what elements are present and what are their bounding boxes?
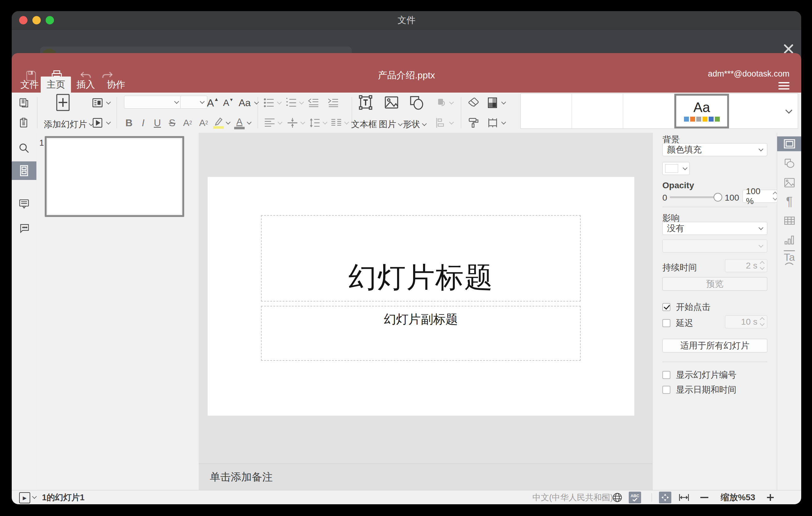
- opacity-slider-track[interactable]: [670, 196, 718, 198]
- insert-textbox-label-button[interactable]: 文本框: [351, 118, 377, 130]
- tab-insert[interactable]: 插入: [75, 77, 96, 93]
- shape-settings-button[interactable]: [777, 156, 801, 171]
- insert-image-button[interactable]: [384, 94, 399, 111]
- line-spacing-button[interactable]: [308, 116, 321, 130]
- paste-button[interactable]: [17, 116, 31, 130]
- tab-collaboration[interactable]: 协作: [106, 77, 126, 93]
- chevron-down-icon[interactable]: [277, 100, 282, 105]
- chevron-down-icon[interactable]: [226, 120, 231, 125]
- superscript-button[interactable]: A2: [181, 116, 194, 130]
- bold-button[interactable]: B: [123, 116, 135, 130]
- background-color-picker[interactable]: [662, 162, 690, 175]
- chevron-down-icon[interactable]: [32, 494, 37, 499]
- copy-style-button[interactable]: [467, 116, 480, 130]
- chevron-down-icon[interactable]: [254, 100, 259, 105]
- numbering-button[interactable]: [285, 96, 298, 110]
- chevron-down-icon[interactable]: [106, 100, 111, 105]
- vertical-align-button[interactable]: [286, 116, 299, 130]
- tab-file[interactable]: 文件: [19, 77, 40, 93]
- slides-panel-button[interactable]: [12, 162, 36, 180]
- add-slide-label-button[interactable]: 添加幻灯片: [44, 118, 93, 130]
- fit-to-slide-button[interactable]: [659, 492, 671, 503]
- title-placeholder[interactable]: 幻灯片标题: [261, 215, 581, 302]
- fit-to-width-button[interactable]: [679, 493, 689, 502]
- bullets-button[interactable]: [262, 96, 276, 110]
- slide-thumbnail[interactable]: [45, 136, 184, 217]
- chevron-down-icon[interactable]: [299, 100, 304, 105]
- insert-shape-button[interactable]: [409, 94, 424, 111]
- slide-canvas[interactable]: 幻灯片标题 幻灯片副标题: [208, 177, 634, 416]
- chevron-down-icon[interactable]: [449, 120, 454, 125]
- increase-indent-button[interactable]: [326, 96, 340, 110]
- font-size-combo[interactable]: [180, 96, 207, 109]
- editor-canvas[interactable]: 幻灯片标题 幻灯片副标题 单击添加备注: [199, 133, 652, 490]
- font-name-combo[interactable]: [124, 96, 182, 109]
- close-icon[interactable]: [782, 42, 795, 53]
- subscript-button[interactable]: A2: [197, 116, 210, 130]
- chevron-down-icon[interactable]: [344, 120, 349, 125]
- font-color-button[interactable]: A: [233, 116, 246, 130]
- add-slide-button[interactable]: [56, 93, 70, 112]
- start-slideshow-button[interactable]: [91, 116, 104, 130]
- delay-checkbox[interactable]: [662, 319, 670, 327]
- slide-settings-button[interactable]: [777, 136, 801, 151]
- chevron-down-icon[interactable]: [300, 120, 306, 125]
- comments-panel-button[interactable]: [12, 194, 36, 213]
- search-button[interactable]: [12, 139, 36, 157]
- chevron-down-icon[interactable]: [278, 120, 283, 125]
- background-fill-select[interactable]: 颜色填充: [662, 143, 767, 156]
- strikethrough-button[interactable]: S: [166, 116, 178, 130]
- start-slideshow-status-button[interactable]: ▶: [19, 492, 30, 503]
- italic-button[interactable]: I: [137, 116, 149, 130]
- insert-shape-label-button[interactable]: 形状: [403, 118, 426, 130]
- change-case-button[interactable]: Aa: [236, 96, 254, 110]
- chevron-down-icon[interactable]: [106, 120, 111, 125]
- duration-spinner[interactable]: 2 s: [725, 259, 767, 272]
- chevron-down-icon[interactable]: [501, 100, 506, 105]
- chevron-down-icon[interactable]: [501, 120, 506, 125]
- underline-button[interactable]: U: [151, 116, 164, 130]
- show-slide-number-checkbox[interactable]: [662, 371, 670, 379]
- tab-home[interactable]: 主页: [41, 77, 71, 93]
- chevron-down-icon[interactable]: [449, 100, 454, 105]
- effect-select[interactable]: 没有: [662, 222, 767, 235]
- theme-gallery-expand-button[interactable]: [780, 94, 798, 128]
- paragraph-settings-button[interactable]: ¶: [777, 194, 801, 209]
- show-date-time-checkbox[interactable]: [662, 386, 670, 394]
- slide-layout-button[interactable]: [91, 96, 104, 110]
- increase-font-button[interactable]: A▲: [206, 96, 220, 110]
- document-language-button[interactable]: [612, 492, 622, 503]
- zoom-out-button[interactable]: [700, 497, 708, 498]
- chart-settings-button[interactable]: [777, 232, 801, 247]
- theme-option-selected[interactable]: Aa: [674, 94, 729, 128]
- notes-area[interactable]: 单击添加备注: [199, 463, 652, 490]
- effect-type-select[interactable]: [662, 239, 767, 253]
- highlight-color-button[interactable]: [212, 116, 225, 130]
- theme-option[interactable]: [729, 94, 780, 128]
- start-on-click-checkbox[interactable]: [662, 303, 670, 311]
- slide-size-button[interactable]: [486, 116, 499, 130]
- clear-style-button[interactable]: [467, 96, 480, 110]
- copy-button[interactable]: [17, 96, 31, 110]
- opacity-slider-knob[interactable]: [714, 193, 722, 202]
- theme-option[interactable]: [572, 94, 623, 128]
- spinner-arrows-icon[interactable]: [774, 192, 777, 201]
- image-settings-button[interactable]: [777, 175, 801, 190]
- insert-textbox-button[interactable]: [358, 94, 373, 111]
- slide-color-scheme-button[interactable]: [486, 96, 499, 110]
- table-settings-button[interactable]: [777, 213, 801, 228]
- horizontal-align-button[interactable]: [263, 116, 277, 130]
- decrease-font-button[interactable]: A▼: [222, 96, 235, 110]
- subtitle-placeholder[interactable]: 幻灯片副标题: [261, 306, 581, 361]
- apply-to-all-slides-button[interactable]: 适用于所有幻灯片: [662, 339, 767, 352]
- spellcheck-button[interactable]: ABC: [629, 492, 641, 503]
- opacity-spinner[interactable]: 100 %: [743, 190, 780, 203]
- theme-option[interactable]: [623, 94, 674, 128]
- align-shape-button[interactable]: [434, 116, 447, 130]
- zoom-in-button[interactable]: [766, 493, 774, 501]
- textart-settings-button[interactable]: Ta: [777, 251, 801, 266]
- arrange-shape-button[interactable]: [434, 96, 447, 110]
- decrease-indent-button[interactable]: [307, 96, 320, 110]
- delay-spinner[interactable]: 10 s: [725, 315, 767, 328]
- columns-button[interactable]: [329, 116, 343, 130]
